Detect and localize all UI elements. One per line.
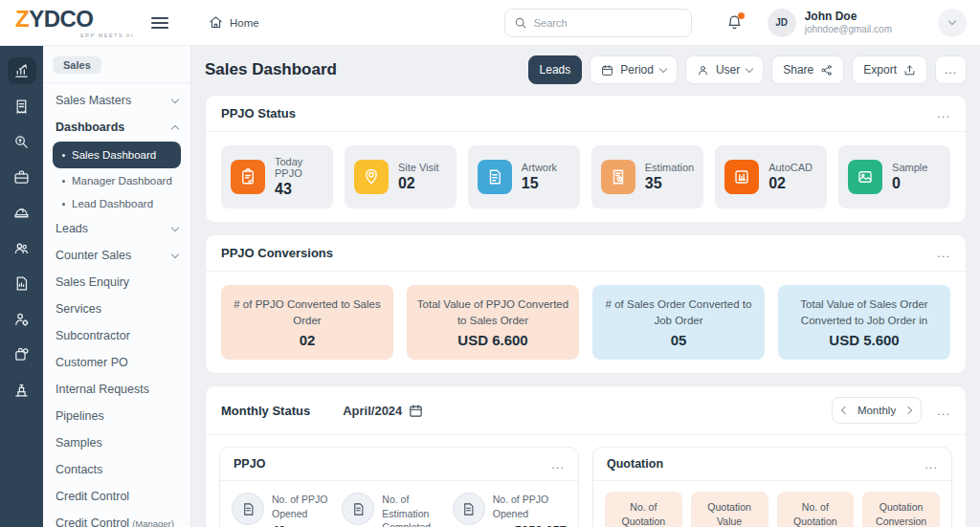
user-dropdown[interactable]: User bbox=[685, 55, 764, 84]
box-gear-icon[interactable] bbox=[8, 340, 36, 367]
leads-button[interactable]: Leads bbox=[528, 55, 583, 84]
month-period-picker[interactable]: April/2024 bbox=[343, 404, 423, 418]
conversion-tile[interactable]: Total Value of PPJO Converted to Sales O… bbox=[407, 285, 579, 360]
user-email: johndoe@gmail.com bbox=[805, 24, 892, 36]
sidebar-item-manager-dashboard[interactable]: Manager Dashboard bbox=[53, 169, 181, 192]
chevron-left-icon bbox=[841, 406, 849, 414]
stat-value: 15 bbox=[522, 175, 557, 192]
sidebar-item-subcontractor[interactable]: Subcontractor bbox=[53, 322, 181, 349]
avatar[interactable]: JD bbox=[768, 9, 796, 37]
conversion-value: USD 5.600 bbox=[788, 332, 941, 348]
monthly-status-more-button[interactable]: ... bbox=[937, 405, 950, 417]
ppjo-stat-amount: 5359.657 bbox=[515, 523, 567, 527]
account-menu-button[interactable] bbox=[938, 9, 967, 37]
sidebar-item-counter-sales[interactable]: Counter Sales bbox=[53, 242, 181, 269]
sidebar-item-internal-requests[interactable]: Internal Requests bbox=[53, 376, 181, 403]
conversion-tile[interactable]: # of PPJO Converted to Sales Order 02 bbox=[221, 285, 393, 360]
ppjo-status-more-button[interactable]: ... bbox=[937, 107, 950, 120]
invoice-icon[interactable] bbox=[8, 93, 36, 120]
sidebar-item-label-suffix: (Manager) bbox=[132, 518, 174, 527]
document-icon bbox=[232, 493, 264, 525]
sidebar-item-label: Contacts bbox=[56, 463, 102, 476]
share-button[interactable]: Share bbox=[771, 55, 844, 84]
sidebar-item-label: Sales Dashboard bbox=[72, 149, 156, 161]
sales-chart-icon[interactable] bbox=[8, 57, 36, 84]
export-label: Export bbox=[863, 63, 897, 77]
money-search-icon[interactable] bbox=[8, 128, 36, 155]
team-icon[interactable] bbox=[8, 234, 36, 261]
period-dropdown[interactable]: Period bbox=[590, 55, 678, 84]
conversion-tile[interactable]: Total Value of Sales Order Converted to … bbox=[778, 285, 950, 360]
ppjo-panel-more-button[interactable]: ... bbox=[551, 458, 565, 471]
sidebar-item-services[interactable]: Services bbox=[53, 296, 181, 322]
share-icon bbox=[820, 64, 833, 77]
sidebar-item-sales-dashboard[interactable]: Sales Dashboard bbox=[53, 142, 181, 168]
global-search[interactable] bbox=[504, 9, 692, 37]
stat-tile-sample[interactable]: Sample0 bbox=[838, 145, 950, 209]
stat-tile-today-ppjo[interactable]: Today PPJO43 bbox=[221, 145, 333, 209]
podium-icon[interactable] bbox=[8, 376, 36, 403]
clipboard-check-icon bbox=[231, 160, 265, 194]
conversion-label: Total Value of Sales Order Converted to … bbox=[788, 296, 941, 328]
user-name: John Doe bbox=[805, 10, 892, 24]
search-input[interactable] bbox=[534, 17, 682, 29]
calendar-icon bbox=[601, 64, 613, 77]
stat-value: 43 bbox=[275, 181, 323, 198]
stat-label: Sample bbox=[892, 162, 927, 173]
sidebar-item-label: Manager Dashboard bbox=[72, 175, 172, 187]
quotation-label: No. of Quotation bbox=[610, 500, 678, 527]
quotation-tile[interactable]: Quotation Value USD 64,426.370 bbox=[691, 492, 768, 527]
sidebar-item-samples[interactable]: Samples bbox=[53, 429, 181, 456]
stat-tile-estimation[interactable]: Estimation35 bbox=[591, 145, 703, 209]
ppjo-status-card: PPJO Status ... Today PPJO43 Site bbox=[205, 95, 967, 223]
breadcrumb[interactable]: Home bbox=[209, 15, 259, 30]
brand-logo: ZYDCO ERP MEETS AI bbox=[0, 8, 134, 38]
notifications-button[interactable] bbox=[726, 14, 743, 31]
quotation-tile[interactable]: No. of Quotation 42 bbox=[605, 492, 682, 527]
page-more-button[interactable]: ... bbox=[935, 55, 967, 84]
quotation-panel: Quotation ... No. of Quotation 42 Quotat… bbox=[592, 447, 952, 527]
ppjo-conversions-more-button[interactable]: ... bbox=[937, 247, 950, 259]
stat-tile-site-visit[interactable]: Site Visit02 bbox=[345, 145, 457, 209]
sidebar-item-leads[interactable]: Leads bbox=[53, 215, 181, 242]
menu-toggle-icon[interactable] bbox=[151, 14, 168, 32]
sidebar-item-sales-enquiry[interactable]: Sales Enquiry bbox=[53, 269, 181, 296]
quotation-tile[interactable]: Quotation Conversion Value (USD) 807.800 bbox=[862, 492, 940, 527]
monthly-selector[interactable]: Monthly bbox=[832, 397, 922, 424]
sidebar-item-label: Sales Masters bbox=[56, 94, 131, 107]
sidebar-item-contacts[interactable]: Contacts bbox=[53, 456, 181, 483]
monthly-selector-label: Monthly bbox=[858, 405, 896, 416]
page-header: Sales Dashboard Leads Period User Shar bbox=[205, 55, 967, 84]
stat-tile-artwork[interactable]: Artwork15 bbox=[468, 145, 580, 209]
chevron-right-icon bbox=[904, 406, 912, 414]
ppjo-stat: No. of PPJO Opened 43 bbox=[232, 493, 332, 527]
quotation-panel-more-button[interactable]: ... bbox=[924, 458, 938, 471]
sidebar-item-dashboards[interactable]: Dashboards bbox=[53, 114, 181, 141]
export-button[interactable]: Export bbox=[852, 55, 927, 84]
sidebar-item-credit-control-manager[interactable]: Credit Control(Manager) bbox=[53, 510, 181, 527]
module-icon-rail bbox=[0, 46, 43, 527]
hard-hat-icon[interactable] bbox=[8, 199, 36, 226]
quotation-tile[interactable]: No. of Quotation Converted 04 bbox=[777, 492, 855, 527]
briefcase-icon[interactable] bbox=[8, 164, 36, 190]
file-chart-icon[interactable] bbox=[8, 270, 36, 296]
ppjo-stat-label: No. of PPJO Opened bbox=[272, 493, 332, 519]
ppjo-stat-label: No. of Estimation Completed bbox=[382, 493, 442, 527]
sidebar-item-credit-control[interactable]: Credit Control bbox=[53, 483, 181, 510]
stat-value: 02 bbox=[768, 175, 813, 192]
conversion-label: Total Value of PPJO Converted to Sales O… bbox=[416, 296, 569, 328]
stat-tile-autocad[interactable]: AutoCAD02 bbox=[715, 145, 827, 209]
person-gear-icon[interactable] bbox=[8, 305, 36, 332]
sidebar-item-pipelines[interactable]: Pipelines bbox=[53, 403, 181, 429]
conversion-tile[interactable]: # of Sales Order Converted to Job Order … bbox=[592, 285, 765, 360]
sidebar-item-label: Sales Enquiry bbox=[56, 275, 129, 289]
sidebar-item-lead-dashboard[interactable]: Lead Dashboard bbox=[53, 192, 181, 215]
monthly-status-card: Monthly Status April/2024 Monthly ... bbox=[205, 385, 967, 527]
sidebar-item-label: Samples bbox=[56, 436, 102, 450]
sidebar-item-customer-po[interactable]: Customer PO bbox=[53, 349, 181, 376]
brand-accent-letter: Z bbox=[15, 6, 29, 32]
stat-label: Today PPJO bbox=[275, 156, 323, 179]
artwork-file-icon bbox=[478, 160, 512, 194]
sidebar-item-sales-masters[interactable]: Sales Masters bbox=[53, 87, 181, 114]
quotation-label: Quotation Value bbox=[696, 500, 764, 527]
